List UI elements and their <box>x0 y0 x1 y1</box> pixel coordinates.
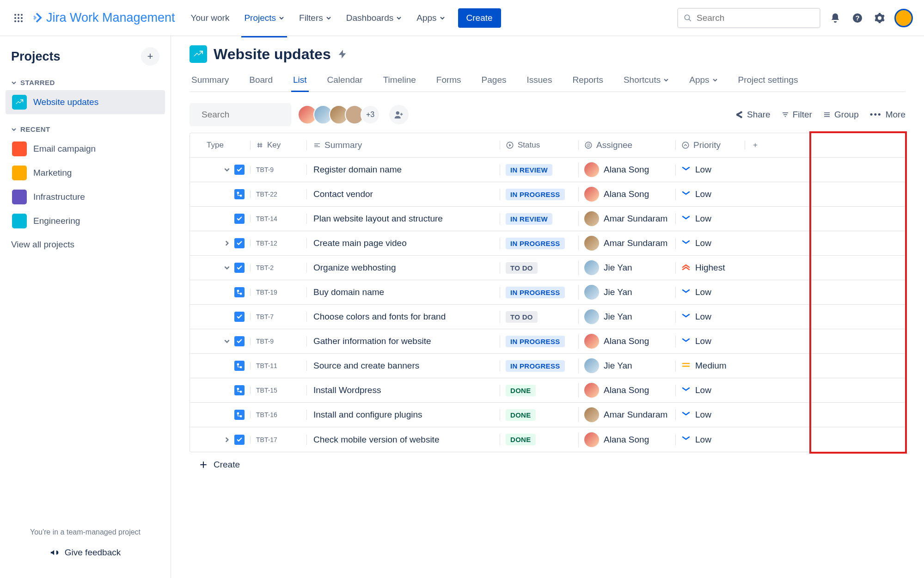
chevron-down-icon[interactable] <box>223 338 231 344</box>
table-row[interactable]: TBT-11 Source and create banners IN PROG… <box>190 354 905 378</box>
nav-filters[interactable]: Filters <box>293 9 338 27</box>
assignee-cell[interactable]: Amar Sundaram <box>578 211 675 226</box>
tab-shortcuts[interactable]: Shortcuts <box>622 69 671 92</box>
create-button[interactable]: Create <box>458 8 501 28</box>
sidebar-item-email-campaign[interactable]: Email campaign <box>6 137 165 161</box>
view-all-projects[interactable]: View all projects <box>0 233 171 256</box>
table-row[interactable]: TBT-19 Buy domain name IN PROGRESS Jie Y… <box>190 280 905 305</box>
priority-cell[interactable]: Low <box>675 409 745 421</box>
nav-projects[interactable]: Projects <box>238 9 291 27</box>
issue-summary[interactable]: Contact vendor <box>306 189 500 199</box>
global-search-input[interactable] <box>697 13 814 23</box>
search-issues-input[interactable] <box>202 110 311 120</box>
chevron-down-icon[interactable] <box>223 166 231 173</box>
table-row[interactable]: TBT-7 Choose colors and fonts for brand … <box>190 305 905 329</box>
tab-calendar[interactable]: Calendar <box>325 69 365 92</box>
global-search[interactable] <box>677 8 820 28</box>
issue-summary[interactable]: Buy domain name <box>306 287 500 297</box>
create-project-button[interactable]: + <box>141 47 159 66</box>
priority-cell[interactable]: Low <box>675 213 745 225</box>
issue-key[interactable]: TBT-16 <box>250 411 306 418</box>
status-badge[interactable]: IN PROGRESS <box>506 336 565 347</box>
priority-cell[interactable]: Low <box>675 189 745 200</box>
automation-icon[interactable] <box>337 49 348 59</box>
tab-board[interactable]: Board <box>247 69 275 92</box>
issue-key[interactable]: TBT-9 <box>250 166 306 173</box>
issue-key[interactable]: TBT-22 <box>250 191 306 198</box>
status-badge[interactable]: IN REVIEW <box>506 164 552 176</box>
sidebar-item-website-updates[interactable]: Website updates <box>6 90 165 114</box>
chevron-right-icon[interactable] <box>223 437 231 443</box>
sidebar-item-infrastructure[interactable]: Infrastructure <box>6 185 165 209</box>
assignee-cell[interactable]: Jie Yan <box>578 309 675 324</box>
more-button[interactable]: •••More <box>870 110 906 120</box>
group-button[interactable]: Group <box>823 110 859 120</box>
share-button[interactable]: Share <box>735 110 771 120</box>
issue-summary[interactable]: Register domain name <box>306 165 500 175</box>
recent-section-header[interactable]: RECENT <box>0 122 171 137</box>
assignee-cell[interactable]: Alana Song <box>578 187 675 202</box>
issue-summary[interactable]: Organize webhosting <box>306 263 500 273</box>
priority-cell[interactable]: Low <box>675 311 745 323</box>
profile-avatar[interactable] <box>894 9 913 27</box>
nav-your-work[interactable]: Your work <box>184 9 236 27</box>
sidebar-item-marketing[interactable]: Marketing <box>6 161 165 185</box>
table-row[interactable]: TBT-9 Register domain name IN REVIEW Ala… <box>190 158 905 182</box>
tab-apps[interactable]: Apps <box>687 69 719 92</box>
assignee-cell[interactable]: Alana Song <box>578 162 675 177</box>
assignee-cell[interactable]: Jie Yan <box>578 358 675 373</box>
tab-list[interactable]: List <box>291 69 309 92</box>
starred-section-header[interactable]: STARRED <box>0 75 171 90</box>
issue-summary[interactable]: Plan website layout and structure <box>306 214 500 224</box>
tab-reports[interactable]: Reports <box>570 69 605 92</box>
tab-project-settings[interactable]: Project settings <box>736 69 800 92</box>
priority-cell[interactable]: Medium <box>675 360 745 372</box>
nav-dashboards[interactable]: Dashboards <box>340 9 408 27</box>
settings-icon[interactable] <box>872 11 887 25</box>
create-issue-row[interactable]: Create <box>190 452 906 477</box>
app-switcher-icon[interactable] <box>11 11 26 25</box>
product-logo[interactable]: Jira Work Management <box>31 11 175 25</box>
filter-button[interactable]: Filter <box>782 110 812 120</box>
priority-cell[interactable]: Highest <box>675 262 745 274</box>
issue-key[interactable]: TBT-9 <box>250 338 306 345</box>
issue-summary[interactable]: Install Wordpress <box>306 385 500 395</box>
status-badge[interactable]: TO DO <box>506 311 538 323</box>
assignee-cell[interactable]: Amar Sundaram <box>578 407 675 422</box>
table-row[interactable]: TBT-12 Create main page video IN PROGRES… <box>190 231 905 256</box>
add-person-button[interactable] <box>389 105 409 124</box>
issue-summary[interactable]: Check mobile version of website <box>306 435 500 445</box>
status-badge[interactable]: IN PROGRESS <box>506 360 565 372</box>
assignee-cell[interactable]: Jie Yan <box>578 285 675 300</box>
issue-key[interactable]: TBT-12 <box>250 240 306 247</box>
priority-cell[interactable]: Low <box>675 164 745 176</box>
table-row[interactable]: TBT-15 Install Wordpress DONE Alana Song… <box>190 378 905 403</box>
tab-timeline[interactable]: Timeline <box>381 69 418 92</box>
issue-summary[interactable]: Choose colors and fonts for brand <box>306 312 500 322</box>
chevron-right-icon[interactable] <box>223 240 231 246</box>
issue-summary[interactable]: Source and create banners <box>306 361 500 371</box>
status-badge[interactable]: DONE <box>506 385 536 396</box>
status-badge[interactable]: IN PROGRESS <box>506 287 565 298</box>
priority-cell[interactable]: Low <box>675 434 745 445</box>
status-badge[interactable]: IN PROGRESS <box>506 238 565 249</box>
priority-cell[interactable]: Low <box>675 238 745 249</box>
issue-key[interactable]: TBT-2 <box>250 264 306 271</box>
table-row[interactable]: TBT-16 Install and configure plugins DON… <box>190 403 905 427</box>
issue-key[interactable]: TBT-19 <box>250 289 306 296</box>
table-row[interactable]: TBT-14 Plan website layout and structure… <box>190 207 905 231</box>
notifications-icon[interactable] <box>828 11 843 25</box>
status-badge[interactable]: DONE <box>506 409 536 421</box>
assignee-cell[interactable]: Amar Sundaram <box>578 236 675 251</box>
issue-key[interactable]: TBT-15 <box>250 387 306 394</box>
search-issues[interactable] <box>190 103 291 126</box>
table-row[interactable]: TBT-22 Contact vendor IN PROGRESS Alana … <box>190 182 905 207</box>
status-badge[interactable]: TO DO <box>506 262 538 274</box>
issue-summary[interactable]: Create main page video <box>306 238 500 248</box>
give-feedback-button[interactable]: Give feedback <box>11 547 159 558</box>
tab-summary[interactable]: Summary <box>190 69 231 92</box>
priority-cell[interactable]: Low <box>675 385 745 396</box>
issue-summary[interactable]: Install and configure plugins <box>306 410 500 420</box>
tab-issues[interactable]: Issues <box>525 69 554 92</box>
table-row[interactable]: TBT-9 Gather information for website IN … <box>190 329 905 354</box>
